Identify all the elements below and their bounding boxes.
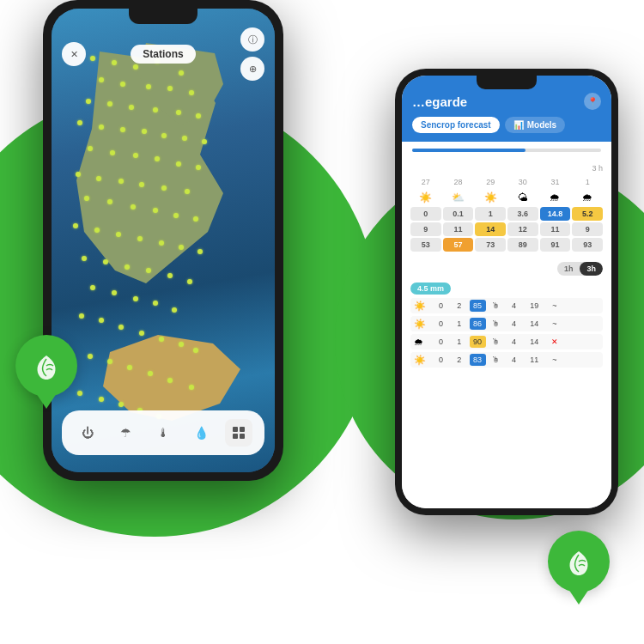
hourly-row-4: ☀️ 0 2 83 🖱 4 11 ~ bbox=[410, 352, 603, 368]
cal-row-rain: 0 0.1 1 3.6 14.8 5.2 bbox=[410, 207, 603, 221]
cal-day-27: 27 bbox=[410, 176, 441, 188]
cal-cell-0-5: 5.2 bbox=[572, 207, 603, 221]
cal-day-1: 1 bbox=[572, 176, 603, 188]
hourly-row-1: ☀️ 0 2 85 🖱 4 19 ~ bbox=[410, 298, 603, 313]
location-name: …egarde bbox=[412, 94, 467, 109]
cal-cell-2-4: 91 bbox=[540, 238, 571, 252]
hourly-row-3: 🌧 0 1 90 🖱 4 14 ✕ bbox=[410, 334, 603, 349]
cal-cell-0-1: 0.1 bbox=[443, 207, 474, 221]
hourly-detail-grid: ☀️ 0 2 85 🖱 4 19 ~ ☀️ 0 1 86 🖱 bbox=[402, 298, 611, 368]
cal-cell-0-0: 0 bbox=[410, 207, 441, 221]
tab-sencrop-forecast[interactable]: Sencrop forecast bbox=[412, 117, 500, 133]
cal-day-29: 29 bbox=[475, 176, 506, 188]
cal-day-30: 30 bbox=[507, 176, 538, 188]
forecast-progress-bar bbox=[412, 149, 601, 152]
weather-icons-row: ☀️ ⛅ ☀️ 🌤 🌧 🌧 bbox=[410, 190, 603, 205]
toggle-3h[interactable]: 3h bbox=[580, 262, 603, 276]
cal-day-28: 28 bbox=[443, 176, 474, 188]
sencrop-logo-right-icon bbox=[562, 544, 596, 579]
time-label: 3 h bbox=[410, 164, 603, 173]
cal-row-humidity: 53 57 73 89 91 93 bbox=[410, 238, 603, 252]
info-button[interactable]: ⓘ bbox=[240, 27, 264, 52]
cal-cell-0-2: 1 bbox=[475, 207, 506, 221]
weather-icon-row3: 🌧 bbox=[414, 337, 431, 347]
calendar-section: 3 h 27 28 29 30 31 1 ☀️ ⛅ ☀️ 🌤 bbox=[402, 159, 611, 258]
rain-amount-badge: 4.5 mm bbox=[410, 283, 451, 295]
forecast-screen: …egarde 📍 Sencrop forecast 📊 Models bbox=[402, 76, 611, 508]
grid-button[interactable] bbox=[225, 419, 252, 447]
cal-cell-1-0: 9 bbox=[410, 222, 441, 236]
forecast-tabs: Sencrop forecast 📊 Models bbox=[412, 117, 601, 133]
weather-icon-28: ⛅ bbox=[443, 190, 474, 205]
rain-button[interactable]: ☂ bbox=[112, 419, 139, 447]
weather-icon-30: 🌤 bbox=[507, 190, 538, 205]
cal-cell-1-4: 11 bbox=[540, 222, 571, 236]
sencrop-logo-left-icon bbox=[29, 349, 64, 383]
tab-models[interactable]: 📊 Models bbox=[505, 117, 565, 133]
power-button[interactable]: ⏻ bbox=[74, 419, 101, 447]
location-pin-icon[interactable]: 📍 bbox=[584, 93, 601, 110]
phone-right-notch bbox=[477, 76, 537, 89]
drop-button[interactable]: 💧 bbox=[187, 419, 215, 447]
close-button[interactable]: ✕ bbox=[62, 42, 86, 66]
map-toolbar: ⏻ ☂ 🌡 💧 bbox=[62, 410, 264, 455]
cal-cell-2-1: 57 bbox=[443, 238, 474, 252]
svg-rect-3 bbox=[240, 434, 245, 439]
phone-right: …egarde 📍 Sencrop forecast 📊 Models bbox=[395, 69, 618, 515]
weather-icon-27: ☀️ bbox=[410, 190, 441, 205]
forecast-body: 3 h 27 28 29 30 31 1 ☀️ ⛅ ☀️ 🌤 bbox=[402, 142, 611, 508]
phone-left: ✕ Stations ⓘ ⊕ ⏻ ☂ 🌡 💧 bbox=[43, 0, 283, 481]
svg-rect-0 bbox=[233, 427, 238, 432]
svg-rect-2 bbox=[233, 434, 238, 439]
cal-row-temp: 9 11 14 12 11 9 bbox=[410, 222, 603, 236]
phone-right-screen: …egarde 📍 Sencrop forecast 📊 Models bbox=[402, 76, 611, 508]
weather-icon-1: 🌧 bbox=[572, 190, 603, 205]
weather-icon-31: 🌧 bbox=[540, 190, 571, 205]
cal-cell-0-4: 14.8 bbox=[540, 207, 571, 221]
forecast-progress-fill bbox=[412, 149, 526, 152]
settings-button[interactable]: ⊕ bbox=[240, 57, 264, 81]
map-right-buttons: ⓘ ⊕ bbox=[240, 27, 264, 81]
cal-cell-1-1: 11 bbox=[443, 222, 474, 236]
forecast-location: …egarde 📍 bbox=[412, 93, 601, 110]
time-toggle[interactable]: 1h 3h bbox=[557, 262, 603, 276]
cal-cell-2-0: 53 bbox=[410, 238, 441, 252]
cal-cell-2-5: 93 bbox=[572, 238, 603, 252]
weather-icon-row2: ☀️ bbox=[414, 319, 431, 330]
map-top-bar: ✕ Stations ⓘ ⊕ bbox=[62, 27, 264, 81]
hourly-row-2: ☀️ 0 1 86 🖱 4 14 ~ bbox=[410, 316, 603, 331]
cal-cell-1-2: 14 bbox=[475, 222, 506, 236]
map-overlay: ✕ Stations ⓘ ⊕ ⏻ ☂ 🌡 💧 bbox=[52, 9, 275, 472]
temperature-button[interactable]: 🌡 bbox=[149, 419, 177, 447]
logo-badge-right[interactable] bbox=[548, 531, 610, 592]
svg-rect-1 bbox=[240, 427, 245, 432]
stations-title: Stations bbox=[131, 45, 195, 64]
time-toggle-bar: 1h 3h bbox=[402, 258, 611, 279]
phone-left-screen: ✕ Stations ⓘ ⊕ ⏻ ☂ 🌡 💧 bbox=[52, 9, 275, 472]
cal-cell-0-3: 3.6 bbox=[507, 207, 538, 221]
cal-cell-1-5: 9 bbox=[572, 222, 603, 236]
cal-day-31: 31 bbox=[540, 176, 571, 188]
cal-cell-1-3: 12 bbox=[507, 222, 538, 236]
phone-left-notch bbox=[129, 9, 197, 24]
logo-badge-left[interactable] bbox=[15, 335, 77, 397]
toggle-1h[interactable]: 1h bbox=[557, 262, 580, 276]
cal-cell-2-3: 89 bbox=[507, 238, 538, 252]
weather-icon-29: ☀️ bbox=[475, 190, 506, 205]
calendar-header: 27 28 29 30 31 1 bbox=[410, 176, 603, 188]
weather-icon-row1: ☀️ bbox=[414, 301, 431, 312]
weather-icon-row4: ☀️ bbox=[414, 355, 431, 366]
cal-cell-2-2: 73 bbox=[475, 238, 506, 252]
